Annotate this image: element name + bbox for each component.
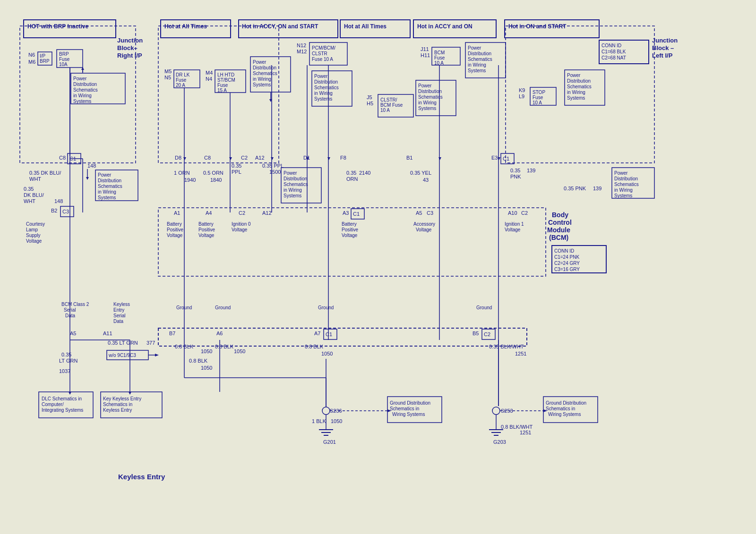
svg-text:0.35: 0.35: [24, 186, 34, 192]
svg-text:1840: 1840: [210, 177, 222, 183]
svg-text:A6: A6: [216, 331, 223, 336]
svg-text:Fuse: Fuse: [59, 57, 70, 62]
svg-text:1050: 1050: [201, 365, 212, 371]
svg-text:Schematics: Schematics: [284, 182, 308, 187]
svg-text:Voltage: Voltage: [26, 238, 42, 244]
svg-text:Wiring Systems: Wiring Systems: [392, 412, 425, 417]
svg-text:Control: Control: [548, 219, 572, 226]
svg-text:M5: M5: [164, 68, 172, 74]
svg-text:N12: N12: [297, 42, 306, 48]
svg-text:Left I/P: Left I/P: [652, 52, 673, 59]
svg-text:Systems: Systems: [284, 193, 301, 198]
svg-text:Power: Power: [468, 45, 481, 51]
svg-text:A11: A11: [103, 331, 112, 336]
svg-text:N6: N6: [28, 52, 35, 58]
svg-text:A5: A5: [70, 331, 76, 336]
svg-text:Voltage: Voltage: [167, 233, 183, 238]
svg-text:1251: 1251: [515, 351, 526, 356]
svg-text:Ignition 1: Ignition 1: [505, 221, 524, 227]
svg-text:Power: Power: [614, 170, 628, 176]
svg-text:A10: A10: [508, 210, 517, 216]
svg-text:C2: C2: [239, 210, 245, 216]
svg-text:A1: A1: [174, 210, 180, 216]
svg-text:PNK: PNK: [510, 174, 521, 179]
svg-text:K9: K9: [519, 87, 525, 93]
svg-text:BCM Fuse: BCM Fuse: [380, 102, 403, 108]
svg-text:Right I/P: Right I/P: [117, 52, 142, 59]
svg-text:0.35 YEL: 0.35 YEL: [410, 170, 431, 176]
svg-text:Fuse: Fuse: [533, 95, 543, 100]
svg-text:Systems: Systems: [73, 99, 91, 104]
svg-text:20 A: 20 A: [176, 83, 185, 88]
svg-text:Accessory: Accessory: [413, 221, 435, 227]
svg-text:STOP: STOP: [533, 90, 545, 95]
svg-text:Entry: Entry: [113, 307, 124, 313]
svg-text:L9: L9: [519, 93, 524, 99]
svg-text:A12: A12: [262, 210, 272, 216]
svg-text:F8: F8: [340, 155, 346, 161]
svg-text:43: 43: [423, 177, 429, 183]
wiring-diagram: HOT with BRP Inactive Hot at All Times H…: [0, 0, 756, 534]
svg-text:in Wiring: in Wiring: [314, 91, 333, 96]
svg-text:Fuse: Fuse: [217, 83, 228, 88]
svg-text:0.8 BLK: 0.8 BLK: [305, 344, 324, 349]
svg-text:Block –: Block –: [652, 44, 674, 51]
svg-text:Ground: Ground: [215, 305, 231, 310]
svg-text:10 A: 10 A: [434, 60, 444, 66]
svg-text:Ground Distribution: Ground Distribution: [546, 400, 586, 406]
svg-text:Keyless: Keyless: [113, 302, 130, 307]
svg-text:Hot in ACCY, ON and START: Hot in ACCY, ON and START: [242, 23, 318, 30]
svg-text:Hot in ON and START: Hot in ON and START: [508, 23, 567, 30]
svg-text:Lamp: Lamp: [26, 227, 38, 232]
svg-text:N5: N5: [164, 75, 171, 80]
svg-text:E3: E3: [491, 155, 498, 161]
svg-text:N4: N4: [206, 76, 212, 82]
svg-text:C2=24 GRY: C2=24 GRY: [554, 261, 580, 266]
svg-text:0.8 BLK: 0.8 BLK: [215, 344, 234, 349]
svg-text:LT GRN: LT GRN: [59, 358, 77, 364]
svg-rect-0: [0, 0, 756, 534]
svg-text:WHT: WHT: [24, 198, 35, 204]
svg-text:A7: A7: [314, 331, 320, 336]
svg-text:A12: A12: [255, 155, 265, 161]
svg-text:Ignition 0: Ignition 0: [232, 221, 251, 227]
svg-text:1050: 1050: [321, 351, 333, 356]
svg-text:Schematics: Schematics: [253, 71, 277, 76]
svg-text:M12: M12: [297, 49, 307, 54]
svg-text:1 ORN: 1 ORN: [174, 170, 190, 176]
svg-text:Hot at All Times: Hot at All Times: [164, 23, 207, 30]
svg-text:Schematics in: Schematics in: [103, 402, 132, 407]
svg-text:Body: Body: [552, 211, 568, 219]
svg-text:C3: C3: [427, 210, 433, 216]
svg-text:Fuse: Fuse: [434, 55, 445, 60]
svg-text:Voltage: Voltage: [342, 233, 358, 238]
svg-text:Ground: Ground: [318, 305, 334, 310]
svg-text:Power: Power: [253, 59, 266, 65]
svg-text:Schematics: Schematics: [98, 184, 122, 189]
svg-text:Voltage: Voltage: [198, 233, 215, 238]
svg-text:C8: C8: [204, 155, 211, 161]
svg-text:w/o 9C1/9C3: w/o 9C1/9C3: [108, 353, 136, 358]
svg-text:139: 139: [593, 186, 601, 191]
svg-text:Positive: Positive: [198, 227, 215, 232]
svg-text:M6: M6: [28, 59, 35, 65]
svg-text:B1: B1: [406, 155, 412, 161]
svg-text:Distribution: Distribution: [468, 51, 491, 56]
svg-text:Key Keyless Entry: Key Keyless Entry: [103, 396, 141, 401]
svg-text:0.8 BLK/WHT: 0.8 BLK/WHT: [501, 424, 533, 430]
svg-text:0.35: 0.35: [346, 170, 356, 176]
svg-text:139: 139: [527, 168, 535, 173]
svg-text:LH HTD: LH HTD: [217, 72, 234, 77]
svg-text:G203: G203: [493, 439, 506, 445]
svg-text:Voltage: Voltage: [416, 227, 432, 232]
svg-text:Battery: Battery: [342, 221, 357, 227]
svg-text:DK BLU/: DK BLU/: [24, 192, 44, 198]
svg-text:I/P: I/P: [40, 53, 46, 59]
svg-text:Schematics in: Schematics in: [546, 406, 575, 411]
svg-text:BRP: BRP: [40, 59, 50, 64]
svg-text:BCM: BCM: [434, 50, 445, 55]
svg-text:Module: Module: [547, 226, 570, 234]
svg-text:BCM Class 2: BCM Class 2: [61, 302, 89, 307]
svg-text:J5: J5: [367, 94, 372, 100]
svg-text:Battery: Battery: [167, 221, 182, 227]
